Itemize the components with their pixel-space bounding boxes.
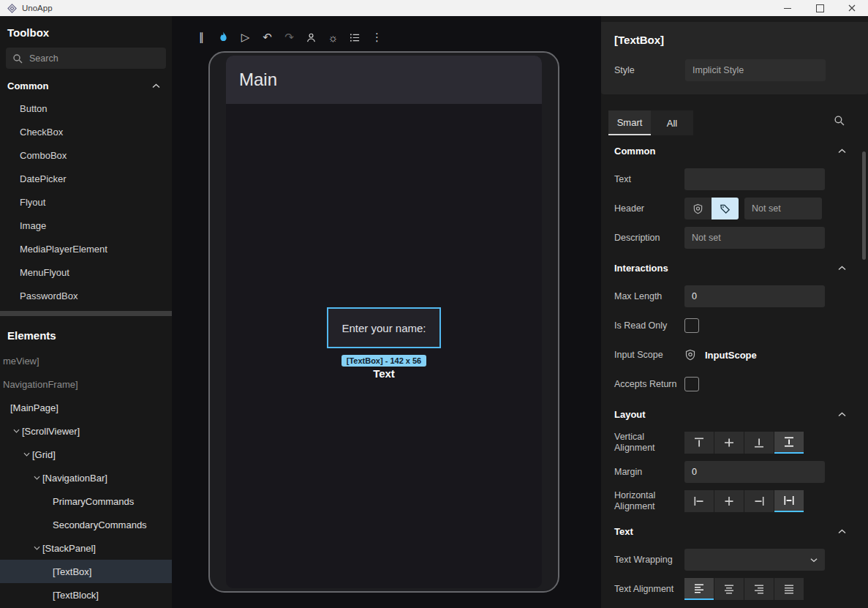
tree-item-grid[interactable]: [Grid] (0, 443, 172, 466)
tree-item-primarycommands[interactable]: PrimaryCommands (0, 489, 172, 513)
page-navigation-bar: Main (226, 56, 542, 104)
row-text-alignment: Text Alignment (601, 574, 868, 604)
minimize-button[interactable] (771, 0, 804, 16)
chevron-down-icon[interactable] (31, 546, 42, 550)
toolbox-item-flyout[interactable]: Flyout (0, 190, 172, 214)
toolbox-item-image[interactable]: Image (0, 214, 172, 237)
accepts-return-label: Accepts Return (614, 379, 684, 390)
valign-top-button[interactable] (684, 432, 714, 454)
element-tree: meView] NavigationFrame] [MainPage] [Scr… (0, 349, 172, 607)
drag-handle-icon[interactable]: ∥ (194, 29, 209, 46)
horizontal-alignment-label: Horizontal Alignment (614, 490, 684, 512)
style-input[interactable]: Implicit Style (685, 59, 826, 81)
toolbox-item-combobox[interactable]: ComboBox (0, 143, 172, 167)
shield-icon[interactable] (684, 198, 712, 219)
toolbox-item-mediaplayerelement[interactable]: MediaPlayerElement (0, 237, 172, 260)
text-align-justify-button[interactable] (774, 578, 804, 600)
tree-item-textbox[interactable]: [TextBox] (0, 560, 172, 583)
row-vertical-alignment: Vertical Alignment (601, 428, 868, 457)
properties-scrollbar[interactable] (862, 151, 866, 260)
canvas-textblock[interactable]: Text (373, 367, 395, 380)
hot-reload-flame-icon[interactable] (216, 29, 231, 46)
toolbox-search-input[interactable] (28, 53, 159, 64)
chevron-up-icon[interactable] (838, 412, 846, 417)
page-title: Main (239, 70, 277, 90)
halign-right-button[interactable] (744, 490, 774, 512)
toolbox-item-datepicker[interactable]: DatePicker (0, 167, 172, 190)
redo-icon[interactable]: ↷ (282, 29, 297, 46)
properties-search-icon[interactable] (834, 115, 845, 126)
text-wrapping-select[interactable] (684, 549, 825, 571)
chevron-down-icon[interactable] (31, 476, 42, 480)
tree-item-mainpage[interactable]: [MainPage] (0, 396, 172, 419)
close-button[interactable] (836, 0, 868, 16)
halign-left-button[interactable] (684, 490, 714, 512)
row-text-wrapping: Text Wrapping (601, 545, 868, 574)
toolbox-item-button[interactable]: Button (0, 97, 172, 120)
chevron-down-icon[interactable] (20, 452, 32, 457)
max-length-label: Max Length (614, 291, 684, 302)
maximize-button[interactable] (804, 0, 836, 16)
header-label: Header (614, 203, 684, 214)
play-icon[interactable]: ▷ (238, 29, 253, 46)
tree-item-secondarycommands[interactable]: SecondaryCommands (0, 513, 172, 536)
style-label: Style (614, 65, 684, 76)
section-text[interactable]: Text (601, 517, 868, 545)
description-label: Description (614, 233, 684, 244)
app-title: UnoApp (22, 4, 53, 12)
tree-item-textblock[interactable]: [TextBlock] (0, 583, 172, 607)
tree-item-navigationframe[interactable]: NavigationFrame] (0, 372, 172, 396)
chevron-up-icon[interactable] (838, 266, 846, 271)
search-icon (12, 53, 23, 64)
text-align-right-button[interactable] (744, 578, 774, 600)
chevron-up-icon (152, 83, 160, 89)
chevron-down-icon[interactable] (10, 429, 22, 433)
chevron-down-icon (810, 558, 818, 563)
toolbox-search[interactable] (6, 48, 166, 69)
valign-center-button[interactable] (714, 432, 744, 454)
section-interactions[interactable]: Interactions (601, 254, 868, 282)
more-options-icon[interactable]: ⋮ (369, 29, 385, 46)
accepts-return-checkbox[interactable] (684, 377, 699, 391)
tab-all[interactable]: All (651, 110, 693, 135)
vertical-alignment-group (684, 432, 804, 454)
is-read-only-checkbox[interactable] (684, 318, 699, 333)
header-input[interactable]: Not set (744, 198, 822, 219)
canvas-textbox-text: Enter your name: (341, 322, 426, 334)
section-layout[interactable]: Layout (601, 400, 868, 428)
tab-smart[interactable]: Smart (608, 110, 651, 135)
chevron-up-icon[interactable] (838, 529, 846, 534)
toolbox-item-menuflyout[interactable]: MenuFlyout (0, 260, 172, 284)
selected-element-card: [TextBox] Style Implicit Style (601, 22, 868, 94)
tag-icon[interactable] (712, 198, 739, 219)
tree-item-navigationbar[interactable]: [NavigationBar] (0, 466, 172, 489)
margin-input[interactable]: 0 (684, 461, 825, 483)
valign-stretch-button[interactable] (774, 432, 804, 454)
tree-item-frameview[interactable]: meView] (0, 349, 172, 372)
text-align-left-button[interactable] (684, 578, 714, 600)
shield-icon[interactable] (684, 349, 696, 361)
toolbox-item-passwordbox[interactable]: PasswordBox (0, 284, 172, 307)
section-common[interactable]: Common (601, 137, 868, 165)
text-align-center-button[interactable] (714, 578, 744, 600)
list-check-icon[interactable] (347, 29, 363, 46)
text-input[interactable] (684, 168, 825, 190)
halign-stretch-button[interactable] (774, 490, 804, 512)
input-scope-value[interactable]: InputScope (705, 350, 757, 361)
theme-icon[interactable]: ☼ (325, 29, 341, 46)
toolbox-section-common[interactable]: Common (0, 75, 172, 97)
max-length-input[interactable]: 0 (684, 285, 825, 307)
toolbox-item-checkbox[interactable]: CheckBox (0, 120, 172, 143)
halign-center-button[interactable] (714, 490, 744, 512)
canvas-textbox[interactable]: Enter your name: (327, 307, 441, 348)
toolbox-horizontal-scrollbar[interactable] (0, 311, 172, 316)
undo-icon[interactable]: ↶ (260, 29, 275, 46)
tree-item-stackpanel[interactable]: [StackPanel] (0, 536, 172, 560)
chevron-up-icon[interactable] (838, 149, 846, 154)
description-input[interactable]: Not set (684, 227, 825, 249)
valign-bottom-button[interactable] (744, 432, 774, 454)
tree-item-scrollviewer[interactable]: [ScrollViewer] (0, 419, 172, 443)
user-icon[interactable] (303, 29, 319, 46)
row-placeholder: Placeholder (601, 604, 868, 608)
left-sidebar: Toolbox Common Button CheckBox ComboBox … (0, 16, 172, 608)
